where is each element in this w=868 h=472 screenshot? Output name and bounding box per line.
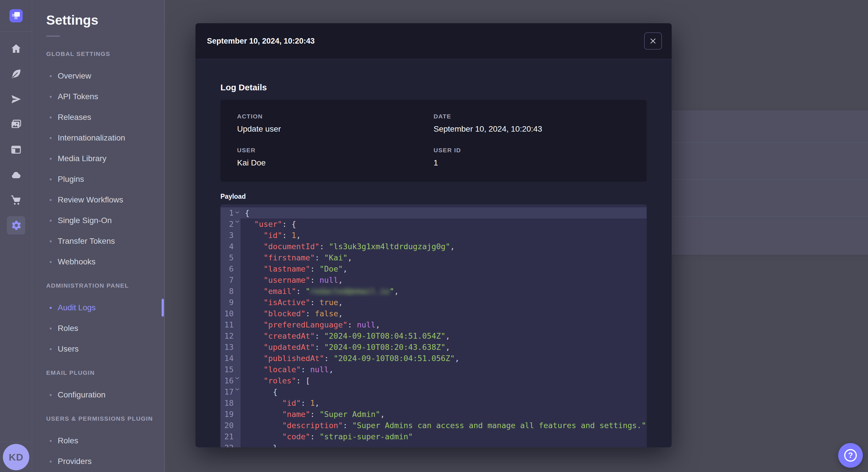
code-text: "user": { (241, 218, 647, 230)
code-line: 1 { (220, 207, 647, 218)
modal-body: Log Details ACTIONUpdate userDATESeptemb… (195, 82, 672, 447)
code-text: "documentId": "ls3uk3g1xm4ltdrdugzajg0g"… (241, 241, 647, 252)
log-detail-date: DATESeptember 10, 2024, 10:20:43 (434, 113, 630, 134)
modal-header: September 10, 2024, 10:20:43 (195, 23, 672, 59)
fold-chevron-icon[interactable] (235, 211, 239, 214)
code-line: 17 { (220, 386, 647, 398)
log-details-panel: ACTIONUpdate userDATESeptember 10, 2024,… (220, 100, 647, 182)
code-line: 7 "username": null, (220, 274, 647, 285)
log-detail-user-id: USER ID1 (434, 147, 630, 167)
code-text: "roles": [ (241, 375, 647, 386)
detail-label: USER ID (434, 147, 630, 154)
code-line: 21 "code": "strapi-super-admin" (220, 431, 647, 442)
payload-json-viewer[interactable]: 1 {2 "user": {3 "id": 1,4 "documentId": … (220, 204, 647, 447)
code-text: { (241, 207, 647, 218)
log-details-heading: Log Details (220, 82, 647, 92)
fold-chevron-icon[interactable] (235, 377, 239, 380)
code-text: "createdAt": "2024-09-10T08:04:51.054Z", (241, 330, 647, 341)
code-line: 5 "firstname": "Kai", (220, 252, 647, 263)
code-text: "description": "Super Admins can access … (241, 420, 647, 431)
code-line: 13 "updatedAt": "2024-09-10T08:20:43.638… (220, 341, 647, 353)
detail-label: USER (237, 147, 434, 154)
code-text: "isActive": true, (241, 297, 647, 308)
detail-value: 1 (434, 158, 630, 167)
redacted-email: redacted@email.io (310, 287, 390, 296)
detail-value: Kai Doe (237, 158, 434, 167)
code-line: 9 "isActive": true, (220, 297, 647, 308)
line-number[interactable]: 22 (220, 439, 241, 447)
strapi-admin-screen: KD Settings GLOBAL SETTINGSOverviewAPI T… (0, 0, 868, 472)
log-details-modal: September 10, 2024, 10:20:43 Log Details… (195, 23, 672, 447)
code-line: 4 "documentId": "ls3uk3g1xm4ltdrdugzajg0… (220, 241, 647, 252)
code-line: 10 "blocked": false, (220, 308, 647, 319)
code-line: 18 "id": 1, (220, 398, 647, 409)
code-text: "name": "Super Admin", (241, 409, 647, 420)
code-text: "id": 1, (241, 230, 647, 241)
code-line: 8 "email": "redacted@email.io", (220, 285, 647, 297)
code-line: 22 } (220, 442, 647, 447)
code-line: 20 "description": "Super Admins can acce… (220, 420, 647, 431)
code-text: "preferedLanguage": null, (241, 319, 647, 330)
fold-chevron-icon[interactable] (235, 220, 239, 223)
code-text: "email": "redacted@email.io", (241, 285, 647, 297)
code-text: "locale": null, (241, 364, 647, 375)
code-text: "updatedAt": "2024-09-10T08:20:43.638Z", (241, 341, 647, 353)
code-text: "publishedAt": "2024-09-10T08:04:51.056Z… (241, 353, 647, 364)
code-line: 14 "publishedAt": "2024-09-10T08:04:51.0… (220, 353, 647, 364)
code-line: 12 "createdAt": "2024-09-10T08:04:51.054… (220, 330, 647, 341)
detail-label: ACTION (237, 113, 434, 120)
code-text: "username": null, (241, 274, 647, 285)
detail-value: Update user (237, 125, 434, 134)
code-text: "code": "strapi-super-admin" (241, 431, 647, 442)
detail-value: September 10, 2024, 10:20:43 (434, 125, 630, 134)
close-icon (650, 38, 656, 44)
detail-label: DATE (434, 113, 630, 120)
code-text: } (241, 442, 647, 447)
payload-label: Payload (220, 193, 647, 200)
close-button[interactable] (644, 32, 662, 49)
code-line: 11 "preferedLanguage": null, (220, 319, 647, 330)
code-line: 3 "id": 1, (220, 230, 647, 241)
log-detail-user: USERKai Doe (237, 147, 434, 167)
code-line: 19 "name": "Super Admin", (220, 409, 647, 420)
code-line: 6 "lastname": "Doe", (220, 263, 647, 274)
help-button[interactable]: ? (838, 443, 863, 468)
code-line: 2 "user": { (220, 218, 647, 230)
code-line: 16 "roles": [ (220, 375, 647, 386)
modal-title: September 10, 2024, 10:20:43 (207, 37, 315, 45)
log-detail-action: ACTIONUpdate user (237, 113, 434, 134)
code-line: 15 "locale": null, (220, 364, 647, 375)
code-text: { (241, 386, 647, 398)
fold-chevron-icon[interactable] (235, 388, 239, 391)
code-text: "id": 1, (241, 398, 647, 409)
code-text: "firstname": "Kai", (241, 252, 647, 263)
question-mark-icon: ? (844, 449, 857, 462)
code-text: "blocked": false, (241, 308, 647, 319)
code-text: "lastname": "Doe", (241, 263, 647, 274)
